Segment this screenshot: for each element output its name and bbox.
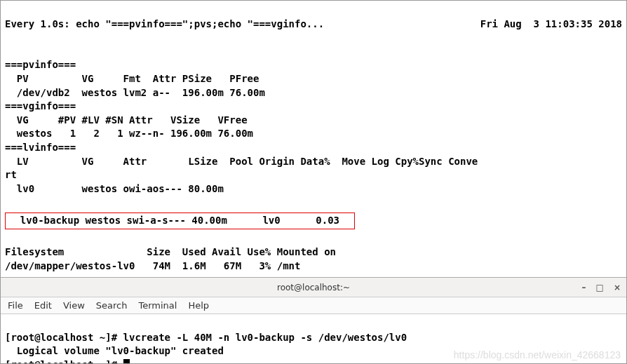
menu-help[interactable]: Help	[188, 300, 209, 311]
close-button[interactable]: ×	[614, 283, 621, 292]
menu-file[interactable]: File	[8, 300, 23, 311]
lv-backup-highlight: lv0-backup westos swi-a-s--- 40.00m lv0 …	[5, 213, 355, 229]
maximize-button[interactable]: □	[596, 283, 604, 292]
vg-row: westos 1 2 1 wz--n- 196.00m 76.00m	[5, 128, 253, 139]
df-row: /dev/mapper/westos-lv0 74M 1.6M 67M 3% /…	[5, 260, 300, 271]
pv-header: PV VG Fmt Attr PSize PFree	[5, 73, 259, 84]
lv-header-1: LV VG Attr LSize Pool Origin Data% Move …	[5, 156, 478, 167]
df-header: Filesystem Size Used Avail Use% Mounted …	[5, 246, 336, 257]
watch-output-pane: Every 1.0s: echo "===pvinfo===";pvs;echo…	[1, 1, 626, 278]
menu-edit[interactable]: Edit	[34, 300, 52, 311]
prompt-1: [root@localhost ~]#	[5, 332, 123, 343]
terminal-pane[interactable]: [root@localhost ~]# lvcreate -L 40M -n l…	[1, 314, 626, 364]
window-titlebar: root@localhost:~ – □ ×	[1, 278, 626, 297]
pvinfo-marker: ===pvinfo===	[5, 59, 76, 70]
pv-row: /dev/vdb2 westos lvm2 a-- 196.00m 76.00m	[5, 87, 265, 98]
lv-header-2: rt	[5, 169, 17, 180]
watch-timestamp: Fri Aug 3 11:03:35 2018	[480, 18, 622, 32]
output-1: Logical volume "lv0-backup" created	[5, 345, 224, 356]
menubar: File Edit View Search Terminal Help	[1, 297, 626, 314]
menu-view[interactable]: View	[63, 300, 85, 311]
command-1: lvcreate -L 40M -n lv0-backup -s /dev/we…	[123, 332, 407, 343]
menu-terminal[interactable]: Terminal	[138, 300, 177, 311]
lv-row-1: lv0 westos owi-aos--- 80.00m	[5, 183, 224, 194]
menu-search[interactable]: Search	[96, 300, 128, 311]
vg-header: VG #PV #LV #SN Attr VSize VFree	[5, 114, 248, 126]
terminal-cursor	[123, 359, 130, 364]
lvinfo-marker: ===lvinfo===	[5, 142, 76, 153]
vginfo-marker: ===vginfo===	[5, 100, 76, 112]
prompt-2: [root@localhost ~]#	[5, 359, 123, 364]
minimize-button[interactable]: –	[582, 283, 586, 292]
watch-command: Every 1.0s: echo "===pvinfo===";pvs;echo…	[5, 18, 324, 32]
watermark: https://blog.csdn.net/weixin_42668123	[454, 349, 621, 363]
window-title: root@localhost:~	[277, 283, 350, 292]
window-controls: – □ ×	[582, 283, 621, 292]
